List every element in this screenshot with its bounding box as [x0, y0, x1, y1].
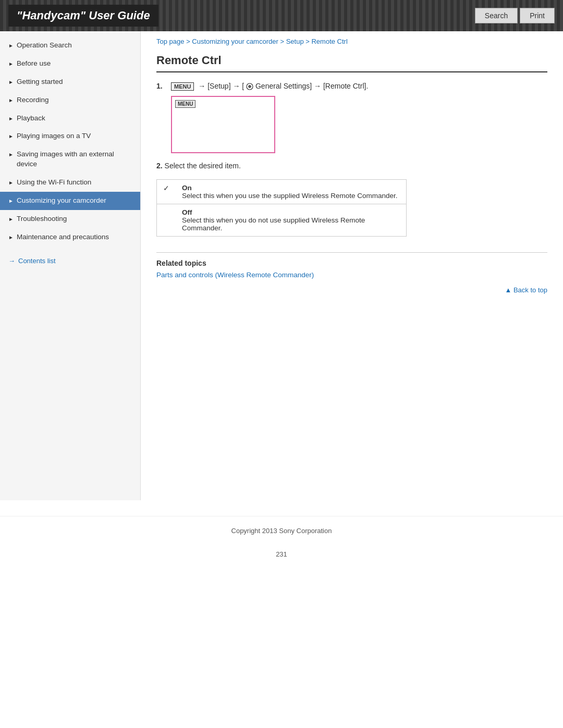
related-section: Related topics Parts and controls (Wirel…: [156, 252, 547, 279]
breadcrumb-setup[interactable]: Setup: [286, 38, 304, 45]
sidebar-item-label: Using the Wi-Fi function: [17, 178, 91, 188]
options-table: ✓ On Select this when you use the suppli…: [156, 179, 407, 237]
chevron-right-icon: ►: [8, 42, 14, 50]
option-off: Off Select this when you do not use supp…: [176, 204, 407, 237]
page-number: 231: [0, 545, 563, 563]
menu-screenshot: MENU: [171, 96, 275, 153]
step-2: 2. Select the desired item.: [156, 162, 547, 170]
breadcrumb: Top page > Customizing your camcorder > …: [156, 31, 547, 50]
step-2-number: 2.: [156, 162, 163, 170]
sidebar-item-wifi[interactable]: ► Using the Wi-Fi function: [0, 174, 140, 192]
table-row: ✓ On Select this when you use the suppli…: [157, 180, 407, 204]
check-cell-on: ✓: [157, 180, 176, 204]
option-on-desc: Select this when you use the supplied Wi…: [182, 192, 400, 200]
sidebar-item-troubleshooting[interactable]: ► Troubleshooting: [0, 210, 140, 228]
sidebar-item-maintenance[interactable]: ► Maintenance and precautions: [0, 228, 140, 246]
option-off-desc: Select this when you do not use supplied…: [182, 216, 400, 232]
sidebar-item-label: Before use: [17, 59, 51, 69]
chevron-right-icon: ►: [8, 115, 14, 122]
footer: Copyright 2013 Sony Corporation: [0, 516, 563, 545]
sidebar-item-label: Customizing your camcorder: [17, 196, 106, 206]
print-button[interactable]: Print: [520, 8, 555, 23]
step-1-number: 1.: [156, 82, 167, 90]
breadcrumb-top[interactable]: Top page: [156, 38, 185, 45]
breadcrumb-customizing[interactable]: Customizing your camcorder: [192, 38, 278, 45]
chevron-right-icon: ►: [8, 216, 14, 223]
sidebar-item-label: Playing images on a TV: [17, 131, 91, 141]
chevron-right-icon: ►: [8, 133, 14, 140]
sidebar-item-recording[interactable]: ► Recording: [0, 91, 140, 109]
chevron-right-icon: ►: [8, 79, 14, 86]
option-off-title: Off: [182, 208, 400, 216]
sidebar-item-playing-images-tv[interactable]: ► Playing images on a TV: [0, 127, 140, 145]
sidebar-item-label: Maintenance and precautions: [17, 232, 109, 242]
sidebar-item-getting-started[interactable]: ► Getting started: [0, 73, 140, 91]
contents-list-link[interactable]: → Contents list: [0, 252, 140, 270]
menu-tag: MENU: [175, 100, 195, 108]
breadcrumb-separator: >: [280, 38, 286, 45]
back-to-top: ▲ Back to top: [156, 286, 547, 294]
sidebar-item-label: Operation Search: [17, 41, 72, 51]
sidebar-item-customizing[interactable]: ► Customizing your camcorder: [0, 192, 140, 210]
menu-button-icon: MENU: [171, 82, 194, 91]
page-header: "Handycam" User Guide Search Print: [0, 0, 563, 31]
search-button[interactable]: Search: [475, 8, 518, 23]
breadcrumb-separator: >: [186, 38, 192, 45]
chevron-right-icon: ►: [8, 198, 14, 205]
option-on: On Select this when you use the supplied…: [176, 180, 407, 204]
app-title: "Handycam" User Guide: [8, 5, 158, 27]
page-title: Remote Ctrl: [156, 54, 547, 72]
menu-icon-inline: MENU → [Setup] → [ General Settings] → […: [171, 82, 368, 90]
sidebar-item-label: Recording: [17, 95, 49, 105]
chevron-right-icon: ►: [8, 97, 14, 104]
table-row: Off Select this when you do not use supp…: [157, 204, 407, 237]
sidebar-item-label: Troubleshooting: [17, 214, 67, 224]
step-1-content: MENU → [Setup] → [ General Settings] → […: [171, 82, 547, 153]
sidebar-item-playback[interactable]: ► Playback: [0, 109, 140, 128]
check-cell-off: [157, 204, 176, 237]
step-2-text: Select the desired item.: [165, 162, 241, 170]
header-buttons: Search Print: [475, 8, 555, 23]
sidebar-item-label: Playback: [17, 114, 45, 124]
sidebar-item-before-use[interactable]: ► Before use: [0, 55, 140, 73]
sidebar-item-saving-images[interactable]: ► Saving images with an external device: [0, 145, 140, 174]
back-to-top-link[interactable]: ▲ Back to top: [505, 286, 547, 294]
arrow-right-icon: →: [8, 257, 15, 265]
chevron-right-icon: ►: [8, 234, 14, 241]
content-area: Top page > Customizing your camcorder > …: [141, 31, 563, 500]
main-layout: ► Operation Search ► Before use ► Gettin…: [0, 31, 563, 500]
chevron-right-icon: ►: [8, 60, 14, 68]
copyright: Copyright 2013 Sony Corporation: [231, 527, 332, 535]
chevron-right-icon: ►: [8, 151, 14, 158]
related-link-wireless-remote[interactable]: Parts and controls (Wireless Remote Comm…: [156, 271, 314, 279]
sidebar-item-operation-search[interactable]: ► Operation Search: [0, 36, 140, 55]
sidebar-item-label: Getting started: [17, 77, 63, 87]
sidebar: ► Operation Search ► Before use ► Gettin…: [0, 31, 141, 500]
step-1: 1. MENU → [Setup] → [ General Settings] …: [156, 82, 547, 153]
sidebar-item-label: Saving images with an external device: [17, 150, 134, 169]
breadcrumb-separator: >: [305, 38, 311, 45]
breadcrumb-current: Remote Ctrl: [311, 38, 347, 45]
related-title: Related topics: [156, 259, 547, 267]
chevron-right-icon: ►: [8, 179, 14, 187]
option-on-title: On: [182, 184, 400, 192]
